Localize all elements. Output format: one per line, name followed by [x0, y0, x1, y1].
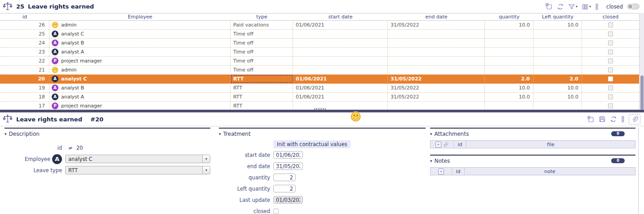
table-row[interactable]: 21adminTime off — [0, 66, 639, 75]
toggle-knob — [627, 4, 633, 9]
columns-icon[interactable]: ▾ — [582, 3, 591, 10]
employee-name: analyst A — [61, 48, 84, 56]
attachments-count-badge: 0 — [611, 131, 625, 136]
closed-checkbox[interactable] — [608, 67, 613, 72]
quantity-input[interactable] — [273, 174, 296, 181]
more-options-icon[interactable] — [595, 3, 599, 10]
filter-caret-icon[interactable]: ▾ — [576, 4, 577, 9]
table-row[interactable]: 19Aanalyst BRTT01/06/202131/05/202210.01… — [0, 84, 639, 93]
column-header-end_date[interactable]: end date — [388, 13, 485, 20]
leave-type-select-value: RTT — [66, 167, 202, 174]
leave-type-select[interactable]: RTT ▾ — [65, 166, 210, 174]
notes-table-header: + id note — [430, 167, 635, 175]
closed-checkbox[interactable] — [608, 85, 613, 90]
column-header-closed[interactable]: closed — [582, 13, 639, 20]
letter-avatar: A — [52, 94, 58, 100]
section-description: ▾ Description id ≠ 20 Employee A analyst… — [4, 128, 210, 176]
closed-checkbox[interactable] — [608, 22, 613, 27]
last-update-label: Last update — [219, 197, 270, 203]
user-smiley-icon[interactable] — [350, 111, 361, 122]
employee-select-caret-icon[interactable]: ▾ — [202, 155, 210, 163]
closed-checkbox[interactable] — [608, 76, 613, 81]
start-date-label: start date — [219, 152, 270, 158]
id-label: id — [4, 145, 62, 151]
new-record-icon[interactable] — [587, 116, 595, 123]
start-date-input[interactable] — [273, 151, 303, 159]
record-count: 25 — [16, 3, 24, 10]
table-row[interactable]: 23Aanalyst ATime off — [0, 48, 639, 57]
grid-header: idEmployeetypestart dateend datequantity… — [0, 13, 644, 21]
attachments-file-column[interactable]: file — [466, 141, 635, 148]
employee-name: analyst C — [61, 75, 87, 83]
refresh-icon[interactable] — [610, 116, 617, 123]
vertical-scrollbar[interactable] — [639, 13, 644, 110]
employee-name: analyst B — [61, 39, 84, 47]
more-options-icon[interactable] — [621, 116, 625, 123]
letter-avatar: A — [52, 76, 58, 82]
init-contractual-values-button[interactable]: Init with contractual values — [273, 140, 351, 148]
closed-checkbox[interactable] — [608, 58, 613, 63]
column-header-left_quantity[interactable]: Left quantity — [533, 13, 582, 20]
notes-title: Notes — [435, 158, 450, 164]
attachment-button[interactable] — [629, 114, 640, 125]
notes-actions-cell: + — [431, 168, 452, 175]
column-header-type[interactable]: type — [231, 13, 293, 20]
table-row[interactable]: 20Aanalyst CRTT01/06/202131/05/20222.02.… — [0, 75, 639, 84]
table-row[interactable]: 18Aanalyst ARTT01/06/202131/05/202210.01… — [0, 93, 639, 102]
table-row[interactable]: 26adminPaid vacations01/06/202131/05/202… — [0, 21, 639, 30]
treatment-header[interactable]: ▾ Treatment — [219, 129, 426, 138]
section-attachments: ▾ Attachments 0 + id file — [430, 128, 635, 148]
paperclip-icon — [631, 116, 638, 123]
table-row[interactable]: 24Aanalyst BTime off — [0, 39, 639, 48]
section-treatment: ▾ Treatment Init with contractual values… — [219, 128, 426, 214]
column-header-start_date[interactable]: start date — [293, 13, 388, 20]
end-date-label: end date — [219, 163, 270, 169]
collapse-icon: ▾ — [4, 132, 7, 136]
letter-avatar: P — [52, 58, 58, 64]
end-date-input[interactable] — [273, 162, 303, 170]
closed-checkbox[interactable] — [608, 103, 613, 108]
columns-caret-icon[interactable]: ▾ — [589, 4, 591, 9]
new-record-icon[interactable] — [545, 3, 553, 10]
link-icon[interactable] — [443, 142, 449, 147]
last-update-input — [273, 196, 303, 204]
column-header-employee[interactable]: Employee — [49, 13, 231, 20]
letter-avatar: A — [52, 31, 58, 37]
scales-icon — [3, 114, 13, 124]
employee-select[interactable]: analyst C ▾ — [65, 155, 210, 163]
list-title: 25 Leave rights earned — [3, 2, 94, 12]
scrollbar-thumb[interactable] — [640, 76, 644, 110]
closed-checkbox[interactable] — [608, 31, 613, 36]
add-attachment-icon[interactable]: + — [435, 142, 441, 147]
closed-checkbox[interactable] — [273, 209, 279, 214]
closed-checkbox[interactable] — [608, 94, 613, 99]
form-toolbar: Leave rights earned #20 — [0, 112, 644, 126]
description-header[interactable]: ▾ Description — [4, 129, 210, 138]
attachments-actions-cell: + — [431, 141, 454, 148]
table-row[interactable]: 22Pproject managerTime off — [0, 57, 639, 66]
employee-avatar: A — [52, 154, 62, 164]
notes-header[interactable]: ▾ Notes 0 — [430, 156, 635, 165]
refresh-icon[interactable] — [557, 3, 564, 10]
employee-name: analyst C — [61, 30, 84, 38]
save-icon[interactable] — [599, 116, 606, 123]
left-quantity-input[interactable] — [273, 185, 296, 192]
closed-checkbox[interactable] — [608, 40, 613, 45]
column-header-quantity[interactable]: quantity — [485, 13, 533, 20]
leave-type-select-caret-icon[interactable]: ▾ — [202, 166, 210, 174]
employee-name: project manager — [61, 57, 102, 65]
attachments-title: Attachments — [435, 131, 469, 137]
closed-checkbox[interactable] — [608, 49, 613, 54]
attachments-header[interactable]: ▾ Attachments 0 — [430, 129, 635, 138]
leave-rights-app: 25 Leave rights earned ▾ — [0, 0, 644, 214]
notes-note-column[interactable]: note — [465, 168, 635, 175]
attachments-id-column[interactable]: id — [454, 141, 466, 148]
notes-id-column[interactable]: id — [452, 168, 465, 175]
list-toolbar-actions: ▾ ▾ closed — [545, 3, 640, 10]
table-row[interactable]: 25Aanalyst CTime off — [0, 30, 639, 39]
column-header-id[interactable]: id — [0, 13, 49, 20]
filter-icon[interactable]: ▾ — [568, 3, 577, 10]
employee-name: analyst A — [61, 93, 84, 101]
add-note-icon[interactable]: + — [438, 169, 444, 174]
closed-toggle[interactable] — [627, 4, 640, 9]
